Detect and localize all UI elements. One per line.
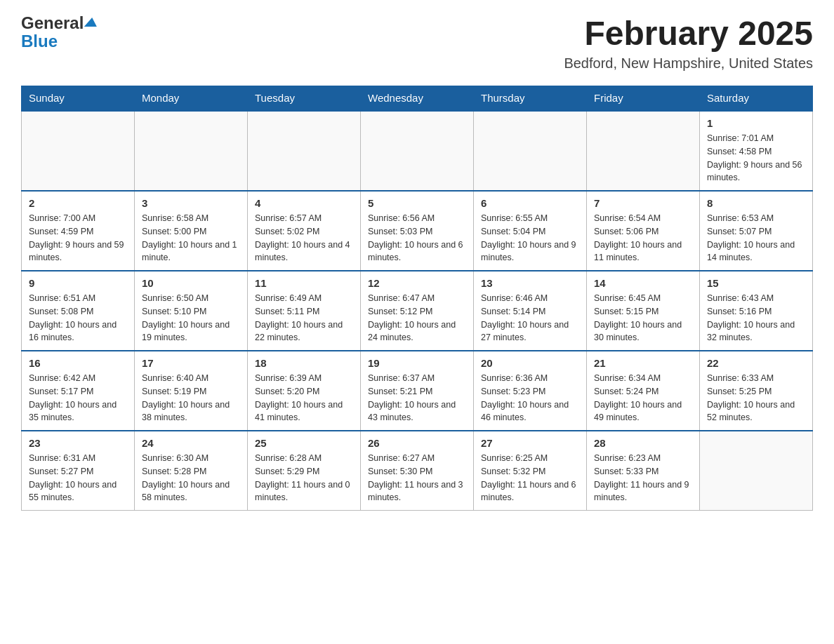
day-info: Sunrise: 6:27 AM Sunset: 5:30 PM Dayligh…: [368, 452, 466, 504]
day-number: 23: [29, 437, 127, 449]
day-info: Sunrise: 6:23 AM Sunset: 5:33 PM Dayligh…: [594, 452, 692, 504]
week-row-2: 9Sunrise: 6:51 AM Sunset: 5:08 PM Daylig…: [22, 271, 813, 351]
day-info: Sunrise: 6:30 AM Sunset: 5:28 PM Dayligh…: [142, 452, 240, 504]
day-number: 8: [707, 197, 805, 209]
day-info: Sunrise: 6:46 AM Sunset: 5:14 PM Dayligh…: [481, 292, 579, 344]
day-number: 14: [594, 277, 692, 289]
page-header: General Blue February 2025 Bedford, New …: [21, 14, 813, 72]
day-info: Sunrise: 6:57 AM Sunset: 5:02 PM Dayligh…: [255, 212, 353, 264]
calendar-cell: 5Sunrise: 6:56 AM Sunset: 5:03 PM Daylig…: [361, 191, 474, 271]
calendar-cell: 19Sunrise: 6:37 AM Sunset: 5:21 PM Dayli…: [361, 351, 474, 431]
calendar-cell: 23Sunrise: 6:31 AM Sunset: 5:27 PM Dayli…: [22, 431, 135, 511]
calendar-cell: 24Sunrise: 6:30 AM Sunset: 5:28 PM Dayli…: [135, 431, 248, 511]
week-row-1: 2Sunrise: 7:00 AM Sunset: 4:59 PM Daylig…: [22, 191, 813, 271]
day-number: 6: [481, 197, 579, 209]
day-info: Sunrise: 6:31 AM Sunset: 5:27 PM Dayligh…: [29, 452, 127, 504]
day-info: Sunrise: 6:45 AM Sunset: 5:15 PM Dayligh…: [594, 292, 692, 344]
location-label: Bedford, New Hampshire, United States: [564, 55, 813, 72]
weekday-header-row: SundayMondayTuesdayWednesdayThursdayFrid…: [22, 86, 813, 111]
day-info: Sunrise: 6:50 AM Sunset: 5:10 PM Dayligh…: [142, 292, 240, 344]
calendar-cell: 10Sunrise: 6:50 AM Sunset: 5:10 PM Dayli…: [135, 271, 248, 351]
weekday-header-sunday: Sunday: [22, 86, 135, 111]
day-number: 22: [707, 357, 805, 369]
calendar-cell: 26Sunrise: 6:27 AM Sunset: 5:30 PM Dayli…: [361, 431, 474, 511]
day-info: Sunrise: 6:54 AM Sunset: 5:06 PM Dayligh…: [594, 212, 692, 264]
day-number: 28: [594, 437, 692, 449]
calendar-cell: 1Sunrise: 7:01 AM Sunset: 4:58 PM Daylig…: [700, 111, 813, 192]
weekday-header-tuesday: Tuesday: [248, 86, 361, 111]
day-info: Sunrise: 6:37 AM Sunset: 5:21 PM Dayligh…: [368, 372, 466, 424]
day-info: Sunrise: 6:42 AM Sunset: 5:17 PM Dayligh…: [29, 372, 127, 424]
calendar-cell: 4Sunrise: 6:57 AM Sunset: 5:02 PM Daylig…: [248, 191, 361, 271]
calendar-cell: [474, 111, 587, 192]
calendar-cell: [361, 111, 474, 192]
calendar-cell: 17Sunrise: 6:40 AM Sunset: 5:19 PM Dayli…: [135, 351, 248, 431]
title-block: February 2025 Bedford, New Hampshire, Un…: [564, 14, 813, 72]
calendar-cell: 15Sunrise: 6:43 AM Sunset: 5:16 PM Dayli…: [700, 271, 813, 351]
day-number: 21: [594, 357, 692, 369]
day-number: 25: [255, 437, 353, 449]
calendar-cell: 28Sunrise: 6:23 AM Sunset: 5:33 PM Dayli…: [587, 431, 700, 511]
calendar-cell: 16Sunrise: 6:42 AM Sunset: 5:17 PM Dayli…: [22, 351, 135, 431]
day-number: 1: [707, 117, 805, 129]
week-row-0: 1Sunrise: 7:01 AM Sunset: 4:58 PM Daylig…: [22, 111, 813, 192]
calendar-cell: [248, 111, 361, 192]
calendar-cell: 8Sunrise: 6:53 AM Sunset: 5:07 PM Daylig…: [700, 191, 813, 271]
week-row-3: 16Sunrise: 6:42 AM Sunset: 5:17 PM Dayli…: [22, 351, 813, 431]
day-number: 24: [142, 437, 240, 449]
day-number: 10: [142, 277, 240, 289]
weekday-header-friday: Friday: [587, 86, 700, 111]
calendar-cell: [700, 431, 813, 511]
calendar-cell: [587, 111, 700, 192]
day-info: Sunrise: 6:33 AM Sunset: 5:25 PM Dayligh…: [707, 372, 805, 424]
calendar-cell: 27Sunrise: 6:25 AM Sunset: 5:32 PM Dayli…: [474, 431, 587, 511]
day-number: 17: [142, 357, 240, 369]
calendar-cell: [135, 111, 248, 192]
day-number: 5: [368, 197, 466, 209]
day-info: Sunrise: 6:25 AM Sunset: 5:32 PM Dayligh…: [481, 452, 579, 504]
day-number: 18: [255, 357, 353, 369]
day-number: 3: [142, 197, 240, 209]
calendar-cell: 3Sunrise: 6:58 AM Sunset: 5:00 PM Daylig…: [135, 191, 248, 271]
day-number: 11: [255, 277, 353, 289]
weekday-header-thursday: Thursday: [474, 86, 587, 111]
weekday-header-saturday: Saturday: [700, 86, 813, 111]
calendar-cell: 6Sunrise: 6:55 AM Sunset: 5:04 PM Daylig…: [474, 191, 587, 271]
month-title: February 2025: [564, 14, 813, 53]
day-info: Sunrise: 6:53 AM Sunset: 5:07 PM Dayligh…: [707, 212, 805, 264]
week-row-4: 23Sunrise: 6:31 AM Sunset: 5:27 PM Dayli…: [22, 431, 813, 511]
day-number: 4: [255, 197, 353, 209]
calendar-cell: 20Sunrise: 6:36 AM Sunset: 5:23 PM Dayli…: [474, 351, 587, 431]
day-info: Sunrise: 6:56 AM Sunset: 5:03 PM Dayligh…: [368, 212, 466, 264]
calendar-cell: 7Sunrise: 6:54 AM Sunset: 5:06 PM Daylig…: [587, 191, 700, 271]
calendar-cell: [22, 111, 135, 192]
day-number: 26: [368, 437, 466, 449]
day-number: 13: [481, 277, 579, 289]
calendar-cell: 12Sunrise: 6:47 AM Sunset: 5:12 PM Dayli…: [361, 271, 474, 351]
logo-triangle-icon: [84, 18, 98, 27]
day-info: Sunrise: 6:49 AM Sunset: 5:11 PM Dayligh…: [255, 292, 353, 344]
calendar-cell: 9Sunrise: 6:51 AM Sunset: 5:08 PM Daylig…: [22, 271, 135, 351]
day-info: Sunrise: 7:00 AM Sunset: 4:59 PM Dayligh…: [29, 212, 127, 264]
day-info: Sunrise: 6:36 AM Sunset: 5:23 PM Dayligh…: [481, 372, 579, 424]
calendar-cell: 21Sunrise: 6:34 AM Sunset: 5:24 PM Dayli…: [587, 351, 700, 431]
day-info: Sunrise: 6:55 AM Sunset: 5:04 PM Dayligh…: [481, 212, 579, 264]
day-number: 27: [481, 437, 579, 449]
logo-general-text: General: [21, 14, 84, 32]
day-info: Sunrise: 6:28 AM Sunset: 5:29 PM Dayligh…: [255, 452, 353, 504]
calendar-cell: 25Sunrise: 6:28 AM Sunset: 5:29 PM Dayli…: [248, 431, 361, 511]
day-number: 16: [29, 357, 127, 369]
day-info: Sunrise: 6:47 AM Sunset: 5:12 PM Dayligh…: [368, 292, 466, 344]
day-number: 19: [368, 357, 466, 369]
day-info: Sunrise: 6:39 AM Sunset: 5:20 PM Dayligh…: [255, 372, 353, 424]
calendar-cell: 2Sunrise: 7:00 AM Sunset: 4:59 PM Daylig…: [22, 191, 135, 271]
day-info: Sunrise: 6:40 AM Sunset: 5:19 PM Dayligh…: [142, 372, 240, 424]
day-info: Sunrise: 7:01 AM Sunset: 4:58 PM Dayligh…: [707, 132, 805, 185]
logo: General Blue: [21, 14, 98, 51]
weekday-header-monday: Monday: [135, 86, 248, 111]
day-info: Sunrise: 6:58 AM Sunset: 5:00 PM Dayligh…: [142, 212, 240, 264]
day-number: 2: [29, 197, 127, 209]
day-number: 12: [368, 277, 466, 289]
day-number: 7: [594, 197, 692, 209]
day-info: Sunrise: 6:51 AM Sunset: 5:08 PM Dayligh…: [29, 292, 127, 344]
